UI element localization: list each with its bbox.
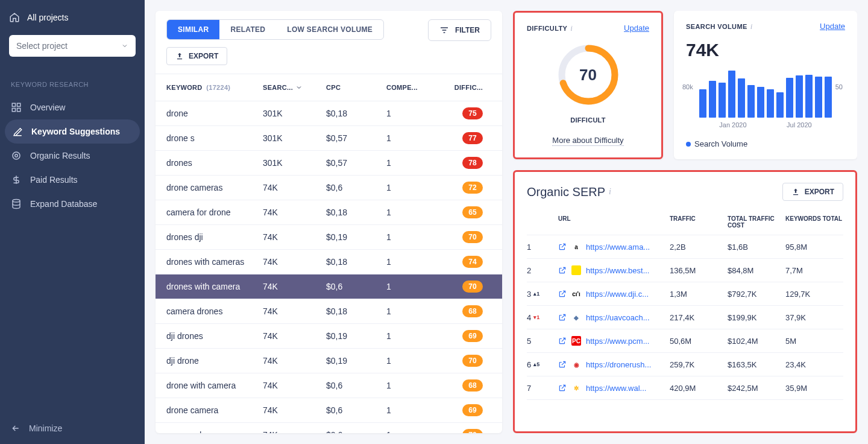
col-keywords-total[interactable]: KEYWORDS TOTAL bbox=[785, 215, 843, 229]
table-row[interactable]: dji drone74K$0,19170 bbox=[156, 349, 502, 373]
external-link-icon[interactable] bbox=[558, 290, 567, 298]
cpc-cell: $0,6 bbox=[326, 430, 386, 433]
update-volume-link[interactable]: Update bbox=[820, 22, 845, 31]
export-serp-button[interactable]: EXPORT bbox=[782, 183, 843, 201]
sort-desc-icon bbox=[295, 84, 303, 91]
difficulty-level-label: DIFFICULT bbox=[570, 116, 606, 124]
serp-row[interactable]: 5PChttps://www.pcm...50,6M$102,4M5M bbox=[527, 329, 843, 353]
svg-rect-2 bbox=[12, 109, 15, 112]
col-traffic[interactable]: TRAFFIC bbox=[670, 215, 728, 229]
difficulty-badge: 70 bbox=[462, 231, 483, 243]
table-row[interactable]: drone camera74K$0,6169 bbox=[156, 398, 502, 423]
tab-related[interactable]: RELATED bbox=[219, 20, 276, 39]
serp-row[interactable]: 3▴1cı'ıhttps://www.dji.c...1,3M$792,7K12… bbox=[527, 282, 843, 306]
select-project-dropdown[interactable]: Select project bbox=[9, 35, 136, 57]
info-icon[interactable]: i bbox=[609, 187, 611, 197]
table-row[interactable]: camera drone74K$0,6170 bbox=[156, 423, 502, 433]
tab-low-volume[interactable]: LOW SEARCH VOLUME bbox=[276, 20, 383, 39]
serp-row[interactable]: 1ahttps://www.ama...2,2B$1,6B95,8M bbox=[527, 235, 843, 259]
keywords-total-cell: 95,8M bbox=[785, 243, 843, 252]
keyword-cell: drone s bbox=[166, 133, 263, 143]
more-about-difficulty-link[interactable]: More about Difficulty bbox=[552, 136, 623, 146]
search-volume-title: SEARCH VOLUME bbox=[686, 23, 747, 30]
search-volume-cell: 74K bbox=[263, 306, 326, 316]
search-volume-cell: 74K bbox=[263, 381, 326, 390]
external-link-icon[interactable] bbox=[558, 243, 567, 251]
serp-url-link[interactable]: https://www.dji.c... bbox=[586, 290, 649, 299]
external-link-icon[interactable] bbox=[558, 384, 567, 392]
competition-cell: 1 bbox=[386, 257, 447, 267]
table-row[interactable]: drone301K$0,18175 bbox=[156, 101, 502, 126]
svg-point-6 bbox=[13, 200, 20, 203]
external-link-icon[interactable] bbox=[558, 266, 567, 274]
col-competition[interactable]: COMPE... bbox=[386, 84, 447, 91]
tab-similar[interactable]: SIMILAR bbox=[167, 20, 219, 39]
traffic-cell: 136,5M bbox=[670, 266, 728, 275]
external-link-icon[interactable] bbox=[558, 360, 567, 369]
col-search-volume[interactable]: SEARC... bbox=[263, 84, 326, 91]
update-difficulty-link[interactable]: Update bbox=[624, 24, 649, 33]
info-icon[interactable]: i bbox=[750, 22, 753, 31]
cpc-cell: $0,6 bbox=[326, 381, 386, 390]
chart-bar bbox=[728, 71, 735, 118]
sidebar-item-keyword-suggestions[interactable]: Keyword Suggestions bbox=[5, 119, 140, 144]
table-row[interactable]: camera for drone74K$0,18165 bbox=[156, 200, 502, 225]
traffic-cell: 420,9M bbox=[670, 384, 728, 393]
sidebar-item-expand-database[interactable]: Expand Database bbox=[0, 192, 145, 216]
serp-url-link[interactable]: https://dronerush... bbox=[586, 360, 651, 369]
serp-row[interactable]: 6▴5◉https://dronerush...259,7K$163,5K23,… bbox=[527, 353, 843, 376]
search-volume-cell: 74K bbox=[263, 232, 326, 242]
sidebar-item-paid-results[interactable]: Paid Results bbox=[0, 168, 145, 192]
serp-url-link[interactable]: https://www.wal... bbox=[586, 384, 646, 393]
difficulty-badge: 68 bbox=[462, 379, 483, 392]
table-row[interactable]: drone with camera74K$0,6168 bbox=[156, 373, 502, 398]
export-button[interactable]: EXPORT bbox=[166, 47, 227, 65]
table-row[interactable]: drone cameras74K$0,6172 bbox=[156, 176, 502, 200]
external-link-icon[interactable] bbox=[558, 313, 567, 322]
position-number: 5 bbox=[527, 337, 531, 346]
table-row[interactable]: camera drones74K$0,18168 bbox=[156, 299, 502, 324]
serp-url-link[interactable]: https://www.ama... bbox=[586, 243, 650, 252]
keyword-table-header: KEYWORD (17224) SEARC... CPC COMPE... DI… bbox=[156, 74, 502, 101]
sidebar-item-overview[interactable]: Overview bbox=[0, 95, 145, 119]
sidebar: All projects Select project KEYWORD RESE… bbox=[0, 0, 145, 444]
minimize-button[interactable]: Minimize bbox=[0, 413, 145, 444]
cpc-cell: $0,6 bbox=[326, 405, 386, 415]
chart-bar bbox=[825, 77, 832, 118]
difficulty-badge: 70 bbox=[462, 355, 483, 367]
filter-button[interactable]: FILTER bbox=[428, 19, 491, 41]
serp-url-link[interactable]: https://www.pcm... bbox=[586, 337, 649, 346]
table-row[interactable]: dji drones74K$0,19169 bbox=[156, 324, 502, 349]
serp-row[interactable]: 4▾1◆https://uavcoach...217,4K$199,9K37,9… bbox=[527, 306, 843, 329]
info-icon[interactable]: i bbox=[570, 24, 573, 33]
serp-row[interactable]: 7✲https://www.wal...420,9M$242,5M35,9M bbox=[527, 376, 843, 400]
sidebar-item-organic-results[interactable]: Organic Results bbox=[0, 144, 145, 168]
all-projects-label: All projects bbox=[27, 13, 68, 22]
competition-cell: 1 bbox=[386, 356, 447, 366]
competition-cell: 1 bbox=[386, 381, 447, 390]
search-volume-cell: 74K bbox=[263, 282, 326, 291]
col-cpc[interactable]: CPC bbox=[326, 84, 386, 91]
serp-row[interactable]: 2https://www.best...136,5M$84,8M7,7M bbox=[527, 259, 843, 282]
external-link-icon[interactable] bbox=[558, 337, 567, 345]
table-row[interactable]: drones dji74K$0,19170 bbox=[156, 225, 502, 250]
col-keyword-label[interactable]: KEYWORD bbox=[166, 84, 203, 91]
keyword-count: (17224) bbox=[206, 84, 230, 91]
keyword-cell: drones with cameras bbox=[166, 257, 263, 267]
position-number: 1 bbox=[527, 243, 531, 252]
chart-bar bbox=[786, 78, 793, 118]
dollar-icon bbox=[11, 174, 22, 185]
serp-url-link[interactable]: https://www.best... bbox=[586, 266, 650, 275]
col-traffic-cost[interactable]: TOTAL TRAFFIC COST bbox=[728, 215, 785, 229]
position-delta: ▾1 bbox=[533, 314, 539, 320]
serp-url-link[interactable]: https://uavcoach... bbox=[586, 313, 650, 322]
col-difficulty[interactable]: DIFFIC... bbox=[447, 84, 483, 91]
table-row[interactable]: drones301K$0,57178 bbox=[156, 151, 502, 176]
site-favicon: PC bbox=[571, 336, 581, 346]
table-row[interactable]: drones with camera74K$0,6170 bbox=[156, 274, 502, 299]
col-url[interactable]: URL bbox=[558, 215, 670, 229]
table-row[interactable]: drones with cameras74K$0,18174 bbox=[156, 250, 502, 274]
table-row[interactable]: drone s301K$0,57177 bbox=[156, 126, 502, 151]
difficulty-card: DIFFICULTY i Update 70 DIFFICULT More ab… bbox=[513, 11, 663, 159]
all-projects-link[interactable]: All projects bbox=[9, 12, 136, 23]
